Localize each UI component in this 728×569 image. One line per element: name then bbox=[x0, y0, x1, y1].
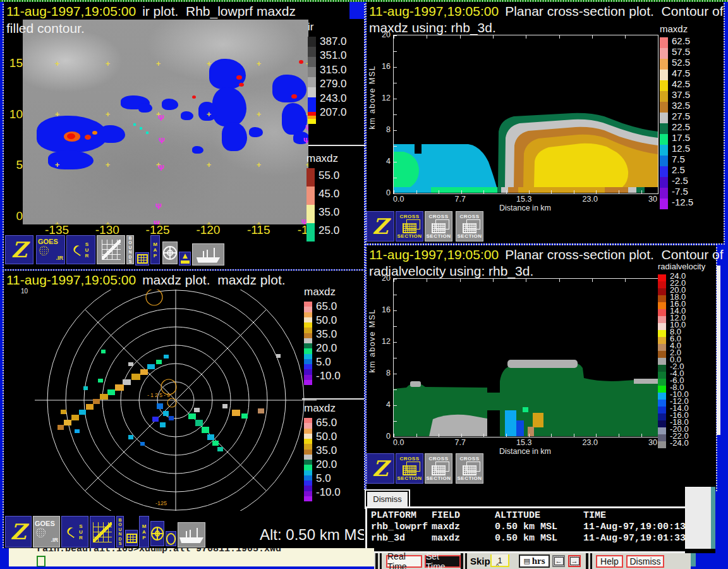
y-tick-label: 12 bbox=[382, 337, 391, 346]
help-button[interactable]: Help bbox=[596, 555, 623, 568]
ship-button[interactable] bbox=[192, 243, 224, 266]
radar-echoes bbox=[35, 290, 317, 511]
y-tick-label: 16 bbox=[382, 62, 391, 71]
radar-echo-cell bbox=[194, 408, 200, 412]
map-y-tick: 10 bbox=[6, 107, 23, 121]
radar-echo-cell bbox=[71, 415, 79, 420]
radar-dish-icon bbox=[66, 525, 79, 538]
radargrid-button[interactable] bbox=[90, 516, 115, 549]
status-cell: rhb_3d bbox=[371, 533, 432, 544]
status-cell: 0.50 km MSL bbox=[495, 533, 583, 544]
bl-maxdz-colorbar-2-value: 20.0 bbox=[316, 458, 341, 472]
bounds-button[interactable]: B O U N D S bbox=[116, 516, 124, 548]
real-time-button[interactable]: Real Time bbox=[386, 555, 422, 568]
bl-timestamp: 11-aug-1997,19:05:00 bbox=[6, 272, 136, 287]
surveillance-label: S U R bbox=[85, 242, 89, 259]
y-tick-label: 0 bbox=[386, 188, 391, 197]
radialvelocity-contour-plot bbox=[394, 279, 658, 437]
dismiss-button[interactable]: Dismiss bbox=[626, 555, 664, 568]
status-cell: maxdz bbox=[432, 533, 495, 544]
br-timestamp: 11-aug-1997,19:05:00 bbox=[369, 247, 499, 262]
x-tick-label: 30 bbox=[648, 438, 657, 447]
grid-plus-mark: + bbox=[53, 110, 61, 118]
bl-maxdz-colorbar-2-value: -10.0 bbox=[316, 486, 341, 499]
grid-plus-mark: + bbox=[255, 161, 263, 169]
zebra-button[interactable]: Z bbox=[5, 516, 32, 548]
map-y-tick: 0 bbox=[6, 209, 23, 223]
tr-maxdz-colorbar-value: 52.5 bbox=[672, 57, 693, 68]
bl-maxdz-colorbar-1-value: 35.0 bbox=[316, 327, 341, 341]
tr-maxdz-colorbar-value: 27.5 bbox=[672, 111, 693, 121]
skip-value-field[interactable]: 1 bbox=[490, 554, 509, 567]
polar-button[interactable] bbox=[150, 521, 164, 546]
tl-maxdz-colorbar-strip bbox=[306, 168, 315, 242]
grid-button[interactable] bbox=[125, 530, 138, 546]
buoy-button[interactable] bbox=[179, 252, 191, 266]
y-tick-label: 8 bbox=[386, 369, 391, 377]
map-button[interactable]: M A P bbox=[150, 235, 160, 264]
grid-plus-mark: + bbox=[255, 59, 263, 68]
separator bbox=[375, 553, 382, 569]
hours-unit-button[interactable]: ▤hrs bbox=[519, 554, 550, 568]
ship-button[interactable] bbox=[178, 522, 205, 548]
tl-maxdz-colorbar-value: 25.0 bbox=[318, 221, 339, 240]
zebra-button[interactable]: Z bbox=[367, 453, 394, 484]
map-button[interactable]: M A P bbox=[139, 516, 149, 548]
goes-ir-icon: GOES.IR bbox=[33, 519, 59, 544]
cross-section-button[interactable]: CROSSSECTION bbox=[396, 211, 423, 242]
circle-button[interactable] bbox=[166, 531, 176, 546]
polar-button[interactable] bbox=[162, 242, 178, 264]
cross-section-button[interactable]: CROSSSECTION bbox=[425, 211, 452, 242]
bl-maxdz-colorbar-2-labels: 65.050.035.020.05.0-10.0 bbox=[316, 416, 341, 501]
y-tick-label: 16 bbox=[382, 305, 391, 314]
cube-icon bbox=[463, 223, 476, 233]
radargrid-button[interactable] bbox=[97, 235, 125, 264]
radar-echo-cell bbox=[157, 403, 163, 409]
bounds-button[interactable]: B O U N D S bbox=[126, 235, 134, 264]
tr-maxdz-colorbar-value: 37.5 bbox=[672, 89, 693, 100]
cross-section-button[interactable]: CROSSSECTION bbox=[456, 211, 483, 242]
polar-grid-icon bbox=[151, 527, 164, 541]
ir-colorbar-value: 315.0 bbox=[320, 63, 347, 77]
tr-maxdz-colorbar-value: -7.5 bbox=[672, 186, 693, 197]
radar-grid-icon bbox=[102, 240, 121, 260]
zebra-logo-icon: Z bbox=[372, 217, 388, 236]
cloud-blob bbox=[282, 103, 307, 135]
goes-button[interactable]: GOES.IR bbox=[33, 516, 60, 548]
ppi-lat-label: 10 bbox=[21, 288, 28, 295]
step-forward-button[interactable]: → bbox=[568, 555, 581, 567]
grid-button[interactable] bbox=[135, 252, 149, 266]
bounds-label: B O U N D S bbox=[118, 518, 121, 546]
tr-minor-ticks-bottom bbox=[394, 190, 658, 193]
xterm-window[interactable]: rain:beaufait:105>xdump.all 970811.1905.… bbox=[9, 548, 374, 566]
radar-echo-cell bbox=[258, 408, 264, 413]
grid-plus-mark: + bbox=[53, 161, 61, 169]
bl-maxdz-colorbar-2: maxdz65.050.035.020.05.0-10.0 bbox=[304, 402, 341, 501]
status-dismiss-button[interactable]: Dismiss bbox=[366, 491, 409, 508]
scroll-panel[interactable] bbox=[685, 487, 712, 550]
surveillance-label: S U R bbox=[79, 523, 83, 541]
goes-label: GOES bbox=[38, 238, 63, 245]
zebra-logo-icon: Z bbox=[11, 522, 27, 542]
tl-title-line1: 11-aug-1997,19:05:00ir plot. Rhb_lowprf … bbox=[6, 4, 296, 19]
cross-section-button[interactable]: CROSSSECTION bbox=[396, 453, 423, 484]
sur-button[interactable]: S U R bbox=[66, 235, 95, 264]
tr-maxdz-colorbar-value: 57.5 bbox=[672, 46, 693, 57]
colorbar-divider bbox=[306, 145, 367, 146]
x-tick-label: 0.0 bbox=[393, 438, 404, 447]
cross-section-button[interactable]: CROSSSECTION bbox=[456, 453, 483, 484]
goes-button[interactable]: GOES.IR bbox=[36, 235, 65, 264]
cross-section-button[interactable]: CROSSSECTION bbox=[425, 453, 452, 484]
bl-maxdz-colorbar-2-value: 50.0 bbox=[316, 430, 341, 444]
step-back-button[interactable]: ← bbox=[552, 555, 565, 567]
bl-title-line1: 11-aug-1997,19:05:00maxdz plot. maxdz pl… bbox=[6, 272, 286, 288]
tr-maxdz-colorbar-value: 12.5 bbox=[672, 143, 693, 154]
bl-maxdz-colorbar-1-strip bbox=[304, 302, 312, 385]
bl-maxdz-colorbar-2-title: maxdz bbox=[304, 402, 341, 415]
br-minor-ticks-top bbox=[394, 279, 658, 282]
set-time-button[interactable]: Set Time bbox=[425, 555, 461, 568]
zebra-button[interactable]: Z bbox=[5, 235, 33, 264]
ir-colorbar-value: 243.0 bbox=[320, 92, 347, 106]
zebra-button[interactable]: Z bbox=[367, 211, 394, 242]
sur-button[interactable]: S U R bbox=[61, 516, 88, 548]
